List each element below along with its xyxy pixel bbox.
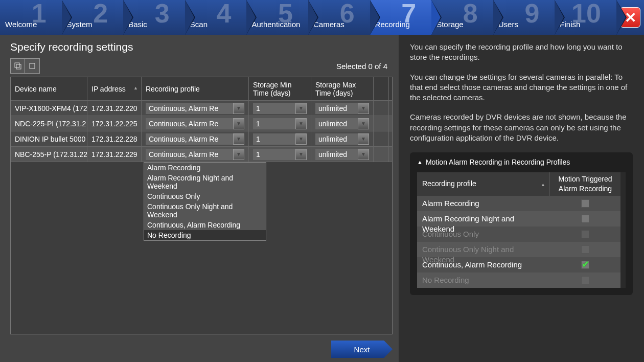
cell-spacer bbox=[374, 101, 389, 116]
cell-profile: Continuous, Alarm Re bbox=[142, 147, 249, 162]
panel-title: Motion Alarm Recording in Recording Prof… bbox=[426, 157, 570, 167]
step-label: Recording bbox=[375, 20, 410, 29]
col-spacer bbox=[374, 77, 389, 100]
table-row[interactable]: NDC-225-PI (172.31.2172.31.22.225Continu… bbox=[11, 116, 392, 131]
step-number: 9 bbox=[524, 0, 539, 27]
motion-checkbox[interactable] bbox=[581, 215, 589, 223]
panel-checkbox-cell bbox=[550, 273, 620, 288]
cell-max: unlimited bbox=[311, 101, 374, 116]
panel-checkbox-cell bbox=[550, 227, 620, 242]
selection-count: Selected 0 of 4 bbox=[336, 62, 393, 71]
dropdown-option[interactable]: No Recording bbox=[144, 230, 266, 240]
panel-profile-name: Continuous, Alarm Recording bbox=[417, 257, 550, 273]
panel-checkbox-cell bbox=[550, 242, 620, 257]
min-value: 1 bbox=[253, 103, 295, 114]
table-row[interactable]: NBC-255-P (172.31.22172.31.22.229Continu… bbox=[11, 147, 392, 162]
toolbar bbox=[10, 58, 40, 74]
wizard-nav: 1Welcome2System3Basic4Scan5Authenticatio… bbox=[0, 0, 644, 35]
cell-max: unlimited bbox=[311, 116, 374, 131]
recording-profile-dropdown[interactable]: Alarm RecordingAlarm Recording Night and… bbox=[144, 162, 266, 241]
profile-value: Continuous, Alarm Re bbox=[146, 133, 233, 145]
col-profile[interactable]: Recording profile bbox=[142, 77, 249, 100]
dropdown-option[interactable]: Continuous Only Night and Weekend bbox=[144, 201, 266, 220]
min-dropdown-button[interactable] bbox=[295, 103, 307, 114]
panel-header[interactable]: ▲ Motion Alarm Recording in Recording Pr… bbox=[417, 157, 626, 167]
min-dropdown-button[interactable] bbox=[295, 149, 307, 160]
motion-checkbox bbox=[581, 245, 589, 254]
scrollbar[interactable] bbox=[620, 172, 626, 288]
dropdown-option[interactable]: Alarm Recording Night and Weekend bbox=[144, 173, 266, 191]
max-dropdown-button[interactable] bbox=[358, 133, 369, 145]
wizard-step-welcome[interactable]: 1Welcome bbox=[0, 0, 62, 35]
cell-spacer bbox=[374, 131, 389, 146]
cell-device: NBC-255-P (172.31.22 bbox=[11, 147, 87, 162]
col-min[interactable]: Storage Min Time (days) bbox=[249, 77, 311, 100]
table-row[interactable]: VIP-X1600-XFM4 (172172.31.22.220Continuo… bbox=[11, 101, 392, 116]
dropdown-option[interactable]: Alarm Recording bbox=[144, 163, 266, 173]
table-row[interactable]: DINION IP bullet 5000172.31.22.228Contin… bbox=[11, 131, 392, 147]
motion-checkbox bbox=[581, 230, 589, 238]
chevron-up-icon: ▲ bbox=[417, 159, 423, 166]
col-max[interactable]: Storage Max Time (days) bbox=[311, 77, 374, 100]
panel-profile-name: Alarm Recording bbox=[417, 196, 550, 211]
deselect-all-button[interactable] bbox=[25, 59, 39, 73]
cell-spacer bbox=[374, 147, 389, 162]
panel-profile-name: No Recording bbox=[417, 273, 550, 288]
max-value: unlimited bbox=[315, 118, 358, 129]
select-all-button[interactable] bbox=[11, 59, 25, 73]
panel-profile-name: Continuous Only Night and Weekend bbox=[417, 242, 550, 257]
panel-row: Continuous, Alarm Recording bbox=[417, 257, 620, 273]
cell-profile: Continuous, Alarm Re bbox=[142, 101, 249, 116]
panel-profile-name: Alarm Recording Night and Weekend bbox=[417, 211, 550, 227]
motion-checkbox[interactable] bbox=[581, 199, 589, 208]
panel-row: No Recording bbox=[417, 273, 620, 288]
help-panel: You can specify the recording profile an… bbox=[399, 35, 644, 362]
motion-checkbox[interactable] bbox=[581, 261, 589, 269]
help-text: Cameras recorded by DVR devices are not … bbox=[410, 112, 633, 143]
panel-checkbox-cell bbox=[550, 211, 620, 227]
cell-min: 1 bbox=[249, 101, 311, 116]
cameras-table: Device name IP address Recording profile… bbox=[10, 77, 393, 334]
profile-dropdown-button[interactable] bbox=[233, 149, 244, 160]
svg-rect-2 bbox=[30, 63, 35, 69]
profile-dropdown-button[interactable] bbox=[233, 103, 244, 114]
col-device[interactable]: Device name bbox=[11, 77, 87, 100]
dropdown-option[interactable]: Continuous Only bbox=[144, 191, 266, 201]
col-ip[interactable]: IP address bbox=[87, 77, 142, 100]
cell-max: unlimited bbox=[311, 147, 374, 162]
min-value: 1 bbox=[253, 118, 295, 129]
step-number: 8 bbox=[463, 0, 478, 27]
step-label: Welcome bbox=[5, 20, 37, 29]
min-dropdown-button[interactable] bbox=[295, 118, 307, 129]
panel-row: Continuous Only Night and Weekend bbox=[417, 242, 620, 257]
max-dropdown-button[interactable] bbox=[358, 149, 369, 160]
copy-icon bbox=[28, 62, 36, 70]
panel-col-profile[interactable]: Recording profile bbox=[417, 172, 550, 196]
panel-col-motion[interactable]: Motion Triggered Alarm Recording bbox=[550, 172, 620, 196]
cell-profile: Continuous, Alarm Re bbox=[142, 131, 249, 146]
panel-checkbox-cell bbox=[550, 196, 620, 211]
cell-min: 1 bbox=[249, 147, 311, 162]
svg-rect-1 bbox=[16, 64, 21, 69]
min-dropdown-button[interactable] bbox=[295, 133, 307, 145]
cell-ip: 172.31.22.228 bbox=[87, 131, 142, 146]
cell-device: DINION IP bullet 5000 bbox=[11, 131, 87, 146]
step-label: Authentication bbox=[251, 20, 300, 29]
step-number: 3 bbox=[155, 0, 170, 27]
main-content: Specify recording settings Selected 0 of… bbox=[0, 35, 399, 362]
next-button[interactable]: Next bbox=[331, 341, 393, 358]
min-value: 1 bbox=[253, 149, 295, 160]
cell-ip: 172.31.22.229 bbox=[87, 147, 142, 162]
step-number: 2 bbox=[93, 0, 108, 27]
profile-dropdown-button[interactable] bbox=[233, 133, 244, 145]
cell-ip: 172.31.22.220 bbox=[87, 101, 142, 116]
dropdown-option[interactable]: Continuous, Alarm Recording bbox=[144, 220, 266, 230]
step-number: 4 bbox=[216, 0, 231, 27]
max-value: unlimited bbox=[315, 133, 358, 145]
max-dropdown-button[interactable] bbox=[358, 103, 369, 114]
cell-min: 1 bbox=[249, 131, 311, 146]
max-dropdown-button[interactable] bbox=[358, 118, 369, 129]
profile-dropdown-button[interactable] bbox=[233, 118, 244, 129]
max-value: unlimited bbox=[315, 149, 358, 160]
copy-stack-icon bbox=[14, 62, 22, 70]
